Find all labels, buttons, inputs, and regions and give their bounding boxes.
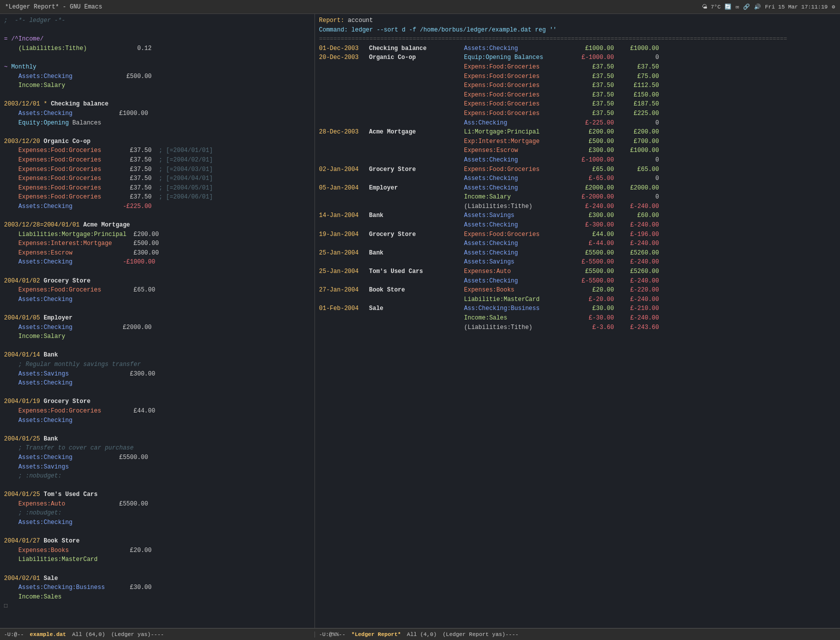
report-row: Expens:Food:Groceries£37.50£187.50 <box>319 100 836 109</box>
right-pane: Report: accountCommand: ledger --sort d … <box>315 14 840 628</box>
left-line: Assets:Checking <box>4 518 310 528</box>
left-line: Expenses:Books £20.00 <box>4 546 310 556</box>
report-separator: ========================================… <box>319 34 836 44</box>
left-filename: example.dat <box>30 632 66 638</box>
network-icon: 🔗 <box>743 4 750 10</box>
report-row: Liabilitie:MasterCard£-20.00£-240.00 <box>319 295 836 304</box>
left-line: Expenses:Food:Groceries £65.00 <box>4 286 310 295</box>
left-line: 2004/01/02 Grocery Store <box>4 276 310 286</box>
report-label: Report: account <box>319 16 836 26</box>
report-row: Exp:Interest:Mortgage£500.00£700.00 <box>319 137 836 146</box>
report-row: (Liabilities:Tithe)£-240.00£-240.00 <box>319 202 836 212</box>
left-line: Liabilities:MasterCard <box>4 555 310 564</box>
titlebar-right: 🌤 7°C 🔄 ✉ 🔗 🔊 Fri 15 Mar 17:11:19 ⚙ <box>702 4 835 10</box>
report-row: 19-Jan-2004Grocery StoreExpens:Food:Groc… <box>319 230 836 240</box>
left-line: Assets:Checking -£225.00 <box>4 202 310 212</box>
left-line: 2003/12/20 Organic Co-op <box>4 137 310 146</box>
right-mode: -U:@%%-- <box>319 632 346 638</box>
left-line: 2004/01/25 Tom's Used Cars <box>4 490 310 500</box>
left-line: Expenses:Escrow £300.00 <box>4 248 310 258</box>
left-line: Assets:Checking -£1000.00 <box>4 258 310 267</box>
mail-icon[interactable]: ✉ <box>736 4 739 10</box>
left-line <box>4 342 310 351</box>
report-row: Expens:Food:Groceries£37.50£150.00 <box>319 90 836 100</box>
report-row: Assets:Checking£-65.000 <box>319 174 836 184</box>
left-line: Expenses:Food:Groceries £37.50 ; [=2004/… <box>4 156 310 165</box>
left-pane: ; -*- ledger -*- = /^Income/ (Liabilitie… <box>0 14 315 628</box>
report-row: 05-Jan-2004EmployerAssets:Checking£2000.… <box>319 184 836 193</box>
report-row: 14-Jan-2004BankAssets:Savings£300.00£60.… <box>319 211 836 220</box>
report-row: 01-Dec-2003Checking balanceAssets:Checki… <box>319 44 836 54</box>
left-mode: -U:@-- <box>4 632 24 638</box>
report-row: Assets:Checking£-5500.00£-240.00 <box>319 276 836 286</box>
left-line <box>4 26 310 35</box>
left-line: ; Regular monthly savings transfer <box>4 360 310 370</box>
left-line <box>4 90 310 100</box>
report-row: Income:Sales£-30.00£-240.00 <box>319 314 836 323</box>
left-line: Assets:Checking:Business £30.00 <box>4 583 310 592</box>
left-line: = /^Income/ <box>4 34 310 44</box>
report-row: Income:Salary£-2000.000 <box>319 192 836 202</box>
left-line: Expenses:Food:Groceries £37.50 ; [=2004/… <box>4 165 310 174</box>
statusbar-right: -U:@%%-- *Ledger Report* All (4,0) (Ledg… <box>315 632 840 638</box>
left-line: 2004/01/14 Bank <box>4 350 310 360</box>
report-row: Assets:Checking£-1000.000 <box>319 156 836 165</box>
left-line: Assets:Savings £300.00 <box>4 370 310 379</box>
left-content: ; -*- ledger -*- = /^Income/ (Liabilitie… <box>4 16 310 611</box>
report-row: Ass:Checking£-225.000 <box>319 118 836 128</box>
right-content: Report: accountCommand: ledger --sort d … <box>319 16 836 332</box>
left-line: ; Transfer to cover car purchase <box>4 444 310 453</box>
left-line: 2004/02/01 Sale <box>4 574 310 584</box>
left-line <box>4 304 310 314</box>
left-line: ; -*- ledger -*- <box>4 16 310 26</box>
report-row: (Liabilities:Tithe)£-3.60£-243.60 <box>319 323 836 332</box>
left-line: (Liabilities:Tithe) 0.12 <box>4 44 310 54</box>
left-line: Income:Salary <box>4 81 310 90</box>
left-line: ~ Monthly <box>4 62 310 72</box>
report-row: 25-Jan-2004BankAssets:Checking£5500.00£5… <box>319 248 836 258</box>
left-line: Assets:Checking <box>4 416 310 426</box>
report-row: Expens:Food:Groceries£37.50£112.50 <box>319 81 836 90</box>
left-mode2: (Ledger yas)---- <box>111 632 164 638</box>
titlebar: *Ledger Report* - GNU Emacs 🌤 7°C 🔄 ✉ 🔗 … <box>0 0 840 14</box>
left-line: Assets:Checking £1000.00 <box>4 109 310 118</box>
left-line: Expenses:Food:Groceries £37.50 ; [=2004/… <box>4 174 310 184</box>
report-command: Command: ledger --sort d -f /home/borbus… <box>319 26 836 35</box>
left-info: All (64,0) <box>72 632 105 638</box>
left-line: 2003/12/01 * Checking balance <box>4 100 310 109</box>
left-line <box>4 481 310 490</box>
left-line: Assets:Checking £2000.00 <box>4 323 310 332</box>
report-row: 02-Jan-2004Grocery StoreExpens:Food:Groc… <box>319 165 836 174</box>
left-line: Equity:Opening Balances <box>4 118 310 128</box>
left-line: Assets:Checking £5500.00 <box>4 453 310 462</box>
left-line <box>4 211 310 220</box>
left-line: Assets:Checking <box>4 295 310 304</box>
weather-icon: 🌤 7°C <box>702 4 720 10</box>
right-filename: *Ledger Report* <box>352 632 401 638</box>
left-line: Liabilities:Mortgage:Principal £200.00 <box>4 230 310 240</box>
left-line <box>4 564 310 574</box>
left-line: ; :nobudget: <box>4 472 310 481</box>
report-row: 01-Feb-2004SaleAss:Checking:Business£30.… <box>319 304 836 314</box>
settings-icon[interactable]: ⚙ <box>832 4 835 10</box>
left-line <box>4 53 310 62</box>
left-line: Expenses:Food:Groceries £37.50 ; [=2004/… <box>4 146 310 156</box>
refresh-icon[interactable]: 🔄 <box>724 4 732 10</box>
statusbar-left: -U:@-- example.dat All (64,0) (Ledger ya… <box>0 632 315 638</box>
left-line: ; :nobudget: <box>4 508 310 518</box>
left-line: 2004/01/27 Book Store <box>4 536 310 546</box>
left-line: Income:Sales <box>4 592 310 602</box>
left-line: 2004/01/25 Bank <box>4 434 310 444</box>
report-row: 28-Dec-2003Acme MortgageLi:Mortgage:Prin… <box>319 128 836 137</box>
right-info: All (4,0) <box>407 632 436 638</box>
datetime: Fri 15 Mar 17:11:19 <box>765 4 828 10</box>
left-line: Expenses:Food:Groceries £37.50 ; [=2004/… <box>4 192 310 202</box>
left-line: Expenses:Interest:Mortgage £500.00 <box>4 239 310 248</box>
report-row: Assets:Savings£-5500.00£-240.00 <box>319 258 836 267</box>
main-area: ; -*- ledger -*- = /^Income/ (Liabilitie… <box>0 14 840 628</box>
left-line: 2004/01/19 Grocery Store <box>4 397 310 406</box>
report-row: Expens:Food:Groceries£37.50£75.00 <box>319 72 836 82</box>
speaker-icon[interactable]: 🔊 <box>754 4 761 10</box>
report-row: Expens:Food:Groceries£37.50£37.50 <box>319 62 836 72</box>
left-line: 2004/01/05 Employer <box>4 314 310 323</box>
